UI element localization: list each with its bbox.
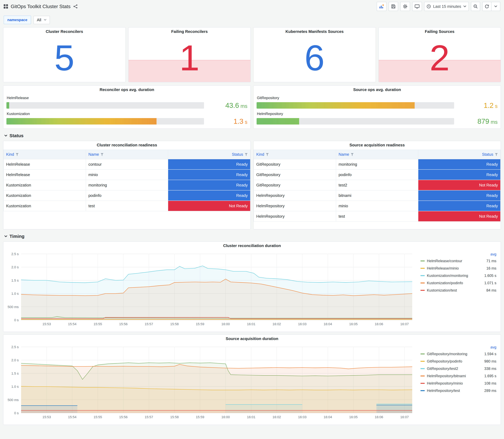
- series-name[interactable]: HelmRepository/minio: [427, 381, 480, 385]
- svg-text:16:03: 16:03: [298, 322, 307, 326]
- legend-item[interactable]: Kustomization/podinfo1.071 s: [420, 279, 496, 287]
- timeseries-panel: Source acquisition duration15:5315:5415:…: [3, 334, 501, 425]
- add-panel-icon: [379, 4, 384, 9]
- chart-plot-area[interactable]: 15:5315:5415:5515:5615:5715:5815:5916:00…: [5, 250, 415, 327]
- page-title: GitOps Toolkit Cluster Stats: [11, 4, 71, 9]
- filter-icon[interactable]: [16, 153, 19, 156]
- series-avg-value: 1.071 s: [480, 281, 496, 285]
- table-cell: test: [86, 201, 168, 211]
- series-avg-value: 1.605 s: [480, 273, 496, 278]
- zoom-out-button[interactable]: [471, 2, 480, 11]
- legend-item[interactable]: Kustomization/test84 ms: [420, 287, 496, 294]
- svg-text:15:57: 15:57: [145, 322, 153, 326]
- chart-title[interactable]: Source acquisition duration: [3, 335, 501, 343]
- filter-icon[interactable]: [100, 153, 104, 156]
- table-row: KustomizationtestNot Ready: [3, 201, 250, 211]
- table-cell: minio: [336, 201, 418, 211]
- stat-panel-title[interactable]: Kubernetes Manifests Sources: [254, 27, 376, 36]
- legend-item[interactable]: Kustomization/monitoring1.605 s: [420, 272, 496, 279]
- variable-selected-value: All: [37, 18, 41, 22]
- svg-text:15:54: 15:54: [68, 322, 76, 326]
- filter-icon[interactable]: [351, 153, 354, 156]
- filter-icon[interactable]: [245, 153, 248, 156]
- save-dashboard-button[interactable]: [389, 2, 398, 11]
- svg-text:15:57: 15:57: [145, 415, 153, 419]
- svg-text:16:07: 16:07: [400, 415, 409, 419]
- variable-label-namespace: namespace: [4, 16, 31, 24]
- table-cell: bitnami: [336, 190, 418, 201]
- column-header-name[interactable]: Name: [86, 150, 168, 159]
- series-color-dash: [420, 290, 425, 291]
- variables-row: namespace All: [0, 13, 504, 27]
- table-panel-title[interactable]: Cluster reconciliation readiness: [3, 141, 250, 149]
- table-row: HelmReleaseminioReady: [3, 170, 250, 180]
- series-name[interactable]: Kustomization/podinfo: [427, 281, 480, 285]
- gauge-value: 1.2 s: [458, 101, 498, 110]
- table-panel-title[interactable]: Source acquisition readiness: [254, 141, 501, 149]
- stat-value: 6: [254, 34, 376, 82]
- variable-value-dropdown[interactable]: All: [34, 16, 50, 24]
- legend-avg-header[interactable]: avg: [420, 252, 496, 256]
- dashboard-grid-icon[interactable]: [4, 4, 8, 9]
- legend-item[interactable]: GitRepository/podinfo980 ms: [420, 358, 496, 365]
- legend-item[interactable]: HelmRepository/minio108 ms: [420, 380, 496, 387]
- add-panel-button[interactable]: [377, 2, 386, 11]
- svg-text:1.5 s: 1.5 s: [11, 279, 19, 282]
- table-cell: GitRepository: [254, 170, 336, 180]
- section-toggle-status[interactable]: Status: [0, 132, 504, 141]
- column-header-name[interactable]: Name: [336, 150, 418, 159]
- series-name[interactable]: HelmRepository/bitnami: [427, 374, 480, 378]
- table-row: HelmRepositorybitnamiReady: [254, 190, 501, 201]
- bargauge-panel-title[interactable]: Source ops avg. duration: [257, 86, 498, 94]
- series-name[interactable]: HelmRepository/test: [427, 389, 480, 393]
- refresh-interval-button[interactable]: [491, 2, 500, 11]
- svg-text:2.5 s: 2.5 s: [11, 252, 19, 256]
- table-cell: podinfo: [336, 170, 418, 180]
- svg-text:15:56: 15:56: [119, 415, 128, 419]
- legend-item[interactable]: HelmRepository/bitnami1.695 s: [420, 372, 496, 380]
- series-name[interactable]: GitRepository/test2: [427, 366, 480, 371]
- stat-panel-title[interactable]: Failing Reconcilers: [129, 27, 251, 36]
- series-name[interactable]: Kustomization/test: [427, 288, 480, 293]
- column-header-kind[interactable]: Kind: [3, 150, 86, 159]
- series-name[interactable]: Kustomization/monitoring: [427, 273, 480, 278]
- tv-mode-button[interactable]: [412, 2, 422, 11]
- series-name[interactable]: HelmRelease/minio: [427, 266, 480, 270]
- legend-item[interactable]: GitRepository/test2338 ms: [420, 365, 496, 372]
- dashboard-settings-button[interactable]: [400, 2, 410, 11]
- column-header-status[interactable]: Status: [168, 150, 250, 159]
- legend-item[interactable]: HelmRelease/contour71 ms: [420, 257, 496, 265]
- stat-panel-title[interactable]: Failing Sources: [379, 27, 501, 36]
- legend-item[interactable]: HelmRelease/minio16 ms: [420, 265, 496, 272]
- stat-panel-title[interactable]: Cluster Reconcilers: [3, 27, 125, 36]
- bargauge-panel-title[interactable]: Reconciler ops avg. duration: [6, 86, 247, 94]
- gauge-label: HelmRelease: [7, 96, 247, 100]
- status-cell: Ready: [168, 180, 250, 190]
- filter-icon[interactable]: [495, 153, 498, 156]
- legend-avg-header[interactable]: avg: [420, 345, 496, 349]
- chart-title[interactable]: Cluster reconciliation duration: [3, 242, 501, 250]
- time-range-picker[interactable]: Last 15 minutes: [424, 2, 469, 11]
- legend-item[interactable]: GitRepository/monitoring1.594 s: [420, 350, 496, 358]
- table-cell: GitRepository: [254, 159, 336, 170]
- svg-text:500 ms: 500 ms: [8, 305, 19, 309]
- series-avg-value: 1.594 s: [480, 352, 496, 356]
- share-icon[interactable]: [73, 4, 78, 9]
- table-cell: Kustomization: [3, 201, 86, 211]
- save-dashboard-icon: [391, 4, 396, 9]
- column-header-status[interactable]: Status: [418, 150, 501, 159]
- filter-icon[interactable]: [266, 153, 269, 156]
- series-name[interactable]: GitRepository/monitoring: [427, 352, 480, 356]
- series-name[interactable]: HelmRelease/contour: [427, 259, 480, 263]
- table-panel: Cluster reconciliation readinessKindName…: [3, 141, 251, 230]
- legend-item[interactable]: HelmRepository/test289 ms: [420, 387, 496, 394]
- svg-text:16:01: 16:01: [247, 322, 255, 326]
- svg-text:16:06: 16:06: [375, 322, 383, 326]
- section-toggle-timing[interactable]: Timing: [0, 232, 504, 241]
- chart-plot-area[interactable]: 15:5315:5415:5515:5615:5715:5815:5916:00…: [5, 343, 415, 420]
- column-header-kind[interactable]: Kind: [254, 150, 336, 159]
- svg-text:15:59: 15:59: [196, 415, 204, 419]
- series-name[interactable]: GitRepository/podinfo: [427, 359, 480, 364]
- refresh-button[interactable]: [482, 2, 492, 11]
- gauge-label: HelmRepository: [257, 112, 498, 116]
